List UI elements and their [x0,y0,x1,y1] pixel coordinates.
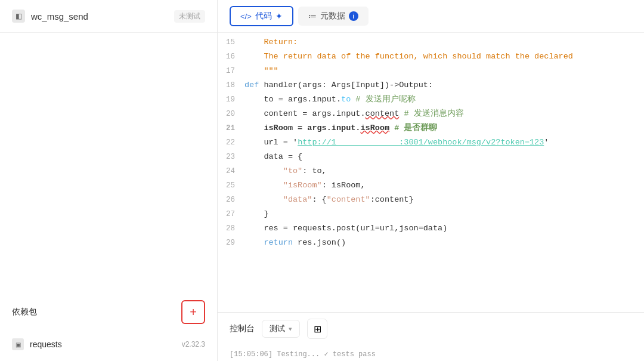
test-option-label: 测试 [270,323,285,334]
file-icon: ◧ [12,10,25,23]
line-num-18: 18 [218,78,244,92]
code-icon: </> [240,12,252,21]
line-num-26: 26 [218,193,244,207]
code-line-22: 22 url = 'http://1 :3001/webhook/msg/v2?… [218,135,644,150]
sidebar-header: ◧ wc_msg_send 未测试 [0,0,217,33]
code-line-28: 28 res = requests.post(url=url,json=data… [218,221,644,236]
tab-meta[interactable]: ≔ 元数据 i [298,7,369,26]
packages-section: 依赖包 + ▣ requests v2.32.3 [0,288,217,361]
status-badge: 未测试 [174,10,205,23]
section-title: 依赖包 [12,307,37,317]
line-content-23: data = { [244,150,644,164]
line-num-28: 28 [218,221,244,236]
line-num-29: 29 [218,236,244,250]
main-panel: </> 代码 ✦ ≔ 元数据 i 15 Return: 16 The retur… [218,0,644,361]
line-content-21: isRoom = args.input.isRoom # 是否群聊 [244,121,644,135]
line-num-15: 15 [218,35,244,50]
code-line-29: 29 return res.json() [218,236,644,250]
line-content-19: to = args.input.to # 发送用户呢称 [244,92,644,107]
line-num-23: 23 [218,150,244,164]
code-line-20: 20 content = args.input.content # 发送消息内容 [218,107,644,121]
line-content-28: res = requests.post(url=url,json=data) [244,221,644,236]
line-content-29: return res.json() [244,236,644,250]
code-line-19: 19 to = args.input.to # 发送用户呢称 [218,92,644,107]
line-content-16: The return data of the function, which s… [244,50,644,64]
code-line-18: 18 def handler(args: Args[Input])->Outpu… [218,78,644,92]
line-num-27: 27 [218,207,244,221]
bottom-bar: 控制台 测试 ▾ ⊞ [218,312,644,345]
line-num-20: 20 [218,107,244,121]
package-version: v2.32.3 [182,340,205,348]
line-num-25: 25 [218,178,244,193]
console-output-text: [15:05:06] Testing... ✓ tests pass [230,350,376,359]
sparkle-icon: ✦ [275,11,283,21]
tab-code[interactable]: </> 代码 ✦ [230,6,293,26]
package-name: requests [30,340,176,349]
file-title: wc_msg_send [31,11,168,21]
code-line-17: 17 """ [218,64,644,78]
line-num-21: 21 [218,121,244,135]
line-content-18: def handler(args: Args[Input])->Output: [244,78,644,92]
tab-meta-label: 元数据 [320,11,345,21]
code-line-24: 24 "to": to, [218,164,644,178]
code-line-25: 25 "isRoom": isRoom, [218,178,644,193]
line-num-16: 16 [218,50,244,64]
line-content-25: "isRoom": isRoom, [244,178,644,193]
console-action-button[interactable]: ⊞ [307,319,327,339]
code-lines: 15 Return: 16 The return data of the fun… [218,33,644,252]
meta-icon: ≔ [308,11,317,21]
test-select[interactable]: 测试 ▾ [262,320,300,338]
sidebar: ◧ wc_msg_send 未测试 依赖包 + ▣ requests v2.32… [0,0,218,361]
code-line-16: 16 The return data of the function, whic… [218,50,644,64]
code-line-15: 15 Return: [218,35,644,50]
line-content-15: Return: [244,35,644,50]
add-package-button[interactable]: + [181,300,205,324]
line-num-17: 17 [218,64,244,78]
line-content-22: url = 'http://1 :3001/webhook/msg/v2?tok… [244,135,644,150]
grid-icon: ⊞ [314,323,321,335]
line-content-20: content = args.input.content # 发送消息内容 [244,107,644,121]
line-num-22: 22 [218,135,244,150]
line-content-24: "to": to, [244,164,644,178]
console-output: [15:05:06] Testing... ✓ tests pass [218,345,644,361]
section-header: 依赖包 + [12,300,205,324]
line-num-19: 19 [218,92,244,107]
code-editor[interactable]: 15 Return: 16 The return data of the fun… [218,33,644,312]
package-item: ▣ requests v2.32.3 [12,334,205,355]
plus-icon: + [190,306,197,319]
code-line-27: 27 } [218,207,644,221]
chevron-down-icon: ▾ [289,325,292,333]
line-num-24: 24 [218,164,244,178]
code-line-23: 23 data = { [218,150,644,164]
line-content-17: """ [244,64,644,78]
console-label: 控制台 [230,323,255,334]
tab-bar: </> 代码 ✦ ≔ 元数据 i [218,0,644,33]
tab-code-label: 代码 [255,11,272,21]
code-line-26: 26 "data": {"content":content} [218,193,644,207]
code-line-21: 21 isRoom = args.input.isRoom # 是否群聊 [218,121,644,135]
line-content-26: "data": {"content":content} [244,193,644,207]
info-icon: i [349,11,358,21]
line-content-27: } [244,207,644,221]
package-icon: ▣ [12,338,24,350]
